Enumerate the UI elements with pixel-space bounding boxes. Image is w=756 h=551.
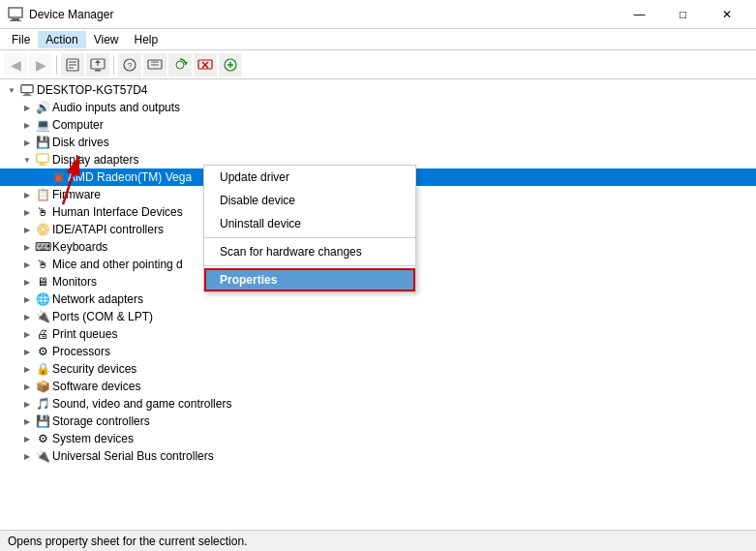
disk-expand-icon[interactable]: ▶ [19,135,35,150]
processors-expand-icon[interactable]: ▶ [19,344,35,359]
menu-action[interactable]: Action [38,31,85,48]
firmware-icon: 📋 [35,187,50,202]
toolbar-help-button[interactable]: ? [118,53,141,77]
tree-item-security[interactable]: ▶ 🔒 Security devices [0,360,756,378]
keyboards-expand-icon[interactable]: ▶ [19,239,35,255]
context-menu-update[interactable]: Update driver [204,166,415,189]
sound-icon: 🎵 [35,396,50,412]
software-icon: 📦 [35,379,50,394]
device-tree[interactable]: ▼ DESKTOP-KGT57D4 ▶ 🔊 Audio inputs and o… [0,79,756,530]
display-label: Display adapters [52,153,138,167]
svg-rect-26 [23,95,32,96]
monitors-icon: 🖥 [35,274,50,290]
storage-icon: 💾 [35,413,50,429]
ports-expand-icon[interactable]: ▶ [19,309,35,324]
tree-root[interactable]: ▼ DESKTOP-KGT57D4 [0,81,756,99]
tree-item-processors[interactable]: ▶ ⚙ Processors [0,343,756,360]
firmware-label: Firmware [52,188,101,201]
software-label: Software devices [52,380,140,393]
context-menu-sep1 [204,237,415,238]
hid-label: Human Interface Devices [52,205,183,219]
toolbar-add-button[interactable] [219,53,242,77]
tree-item-system[interactable]: ▶ ⚙ System devices [0,430,756,447]
context-menu-properties[interactable]: Properties [204,268,415,291]
tree-item-disk[interactable]: ▶ 💾 Disk drives [0,134,756,151]
minimize-button[interactable]: — [618,0,661,29]
sound-expand-icon[interactable]: ▶ [19,396,35,412]
root-label: DESKTOP-KGT57D4 [37,83,147,97]
system-expand-icon[interactable]: ▶ [19,431,35,446]
monitors-expand-icon[interactable]: ▶ [19,274,35,290]
maximize-button[interactable]: □ [661,0,705,29]
toolbar-remove-button[interactable] [194,53,217,77]
svg-text:?: ? [127,61,132,71]
menu-help[interactable]: Help [127,31,166,48]
ide-expand-icon[interactable]: ▶ [19,222,35,237]
software-expand-icon[interactable]: ▶ [19,379,35,394]
tree-item-sound[interactable]: ▶ 🎵 Sound, video and game controllers [0,395,756,413]
keyboards-label: Keyboards [52,240,107,254]
network-icon: 🌐 [35,291,50,307]
audio-icon: 🔊 [35,100,50,115]
network-expand-icon[interactable]: ▶ [19,291,35,307]
menu-bar: File Action View Help [0,29,756,50]
svg-rect-29 [39,165,47,166]
toolbar-update-button[interactable] [86,53,109,77]
tree-item-computer[interactable]: ▶ 💻 Computer [0,116,756,134]
context-menu-scan[interactable]: Scan for hardware changes [204,240,415,263]
disk-icon: 💾 [35,135,50,150]
svg-rect-8 [95,70,101,72]
toolbar-properties-button[interactable] [61,53,84,77]
computer-expand-icon[interactable]: ▶ [19,117,35,133]
system-label: System devices [52,432,134,445]
toolbar-back-button[interactable]: ◀ [4,53,27,77]
tree-item-ports[interactable]: ▶ 🔌 Ports (COM & LPT) [0,308,756,325]
menu-view[interactable]: View [86,31,127,48]
security-icon: 🔒 [35,361,50,377]
svg-point-17 [176,61,184,69]
toolbar: ◀ ▶ ? [0,50,756,79]
menu-file[interactable]: File [4,31,38,48]
firmware-expand-icon[interactable]: ▶ [19,187,35,202]
hid-expand-icon[interactable]: ▶ [19,204,35,220]
usb-expand-icon[interactable]: ▶ [19,448,35,464]
close-button[interactable]: ✕ [705,0,748,29]
toolbar-forward-button[interactable]: ▶ [29,53,52,77]
toolbar-scan-button[interactable] [168,53,192,77]
toolbar-sep-1 [56,55,57,75]
toolbar-show-hidden-button[interactable] [143,53,166,77]
root-expand-icon[interactable]: ▼ [4,82,19,98]
mice-label: Mice and other pointing d [52,258,183,271]
ports-icon: 🔌 [35,309,50,324]
print-icon: 🖨 [35,326,50,342]
context-menu-uninstall[interactable]: Uninstall device [204,212,415,235]
context-menu-disable[interactable]: Disable device [204,189,415,212]
ports-label: Ports (COM & LPT) [52,310,153,323]
print-expand-icon[interactable]: ▶ [19,326,35,342]
sound-label: Sound, video and game controllers [52,397,231,411]
tree-item-usb[interactable]: ▶ 🔌 Universal Serial Bus controllers [0,447,756,465]
usb-icon: 🔌 [35,448,50,464]
tree-item-storage[interactable]: ▶ 💾 Storage controllers [0,413,756,430]
svg-rect-1 [12,18,19,20]
tree-item-software[interactable]: ▶ 📦 Software devices [0,378,756,395]
security-label: Security devices [52,362,136,376]
mice-expand-icon[interactable]: ▶ [19,257,35,272]
security-expand-icon[interactable]: ▶ [19,361,35,377]
display-expand-icon[interactable]: ▼ [19,152,35,168]
tree-item-network[interactable]: ▶ 🌐 Network adapters [0,291,756,308]
computer-label: Computer [52,118,104,132]
tree-item-print[interactable]: ▶ 🖨 Print queues [0,325,756,343]
audio-expand-icon[interactable]: ▶ [19,100,35,115]
svg-rect-24 [21,85,33,93]
app-icon [8,7,23,22]
display-icon [35,152,50,168]
context-menu: Update driver Disable device Uninstall d… [203,165,416,292]
svg-rect-27 [37,154,48,163]
storage-expand-icon[interactable]: ▶ [19,413,35,429]
amd-expand-icon[interactable] [35,169,50,185]
audio-label: Audio inputs and outputs [52,101,180,114]
hid-icon: 🖱 [35,204,50,220]
mice-icon: 🖱 [35,257,50,272]
tree-item-audio[interactable]: ▶ 🔊 Audio inputs and outputs [0,99,756,116]
